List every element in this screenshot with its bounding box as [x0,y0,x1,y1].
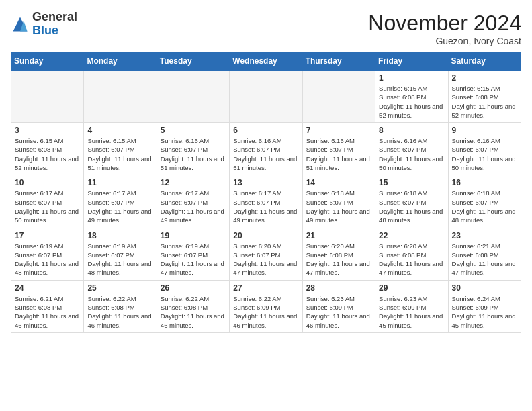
calendar-week-row: 17 Sunrise: 6:19 AMSunset: 6:07 PMDaylig… [11,228,521,280]
day-detail: Sunrise: 6:18 AMSunset: 6:07 PMDaylight:… [306,189,371,224]
day-number: 25 [87,283,152,293]
calendar-week-row: 1 Sunrise: 6:15 AMSunset: 6:08 PMDayligh… [11,71,521,123]
logo-text: General Blue [32,11,77,38]
calendar-cell: 17 Sunrise: 6:19 AMSunset: 6:07 PMDaylig… [11,228,84,280]
calendar-cell: 10 Sunrise: 6:17 AMSunset: 6:07 PMDaylig… [11,175,84,228]
day-detail: Sunrise: 6:19 AMSunset: 6:07 PMDaylight:… [87,242,152,277]
day-detail: Sunrise: 6:22 AMSunset: 6:09 PMDaylight:… [233,294,298,330]
day-detail: Sunrise: 6:19 AMSunset: 6:07 PMDaylight:… [15,242,80,277]
day-number: 15 [379,178,444,187]
calendar-cell: 3 Sunrise: 6:15 AMSunset: 6:08 PMDayligh… [11,123,84,175]
day-detail: Sunrise: 6:22 AMSunset: 6:08 PMDaylight:… [161,294,226,330]
calendar-week-row: 24 Sunrise: 6:21 AMSunset: 6:08 PMDaylig… [11,280,521,332]
calendar-cell: 23 Sunrise: 6:21 AMSunset: 6:08 PMDaylig… [448,228,521,280]
logo-general: General [32,10,77,24]
day-detail: Sunrise: 6:23 AMSunset: 6:09 PMDaylight:… [306,294,371,330]
day-number: 11 [87,178,152,187]
day-number: 26 [161,283,226,293]
day-detail: Sunrise: 6:17 AMSunset: 6:07 PMDaylight:… [15,189,80,224]
calendar-cell: 13 Sunrise: 6:17 AMSunset: 6:07 PMDaylig… [230,175,302,228]
calendar-week-row: 3 Sunrise: 6:15 AMSunset: 6:08 PMDayligh… [11,123,521,175]
calendar-cell: 5 Sunrise: 6:16 AMSunset: 6:07 PMDayligh… [157,123,229,175]
logo-icon [11,15,30,34]
calendar-cell: 30 Sunrise: 6:24 AMSunset: 6:09 PMDaylig… [448,280,521,332]
day-number: 27 [233,283,298,293]
calendar-cell [230,71,302,123]
day-number: 13 [233,178,298,187]
day-detail: Sunrise: 6:20 AMSunset: 6:08 PMDaylight:… [306,242,371,277]
calendar-cell: 11 Sunrise: 6:17 AMSunset: 6:07 PMDaylig… [84,175,157,228]
day-detail: Sunrise: 6:15 AMSunset: 6:08 PMDaylight:… [379,84,444,120]
calendar-table: SundayMondayTuesdayWednesdayThursdayFrid… [11,52,521,333]
day-number: 6 [233,126,298,135]
day-detail: Sunrise: 6:19 AMSunset: 6:07 PMDaylight:… [161,242,226,277]
calendar-cell: 2 Sunrise: 6:15 AMSunset: 6:08 PMDayligh… [448,71,521,123]
calendar-cell: 9 Sunrise: 6:16 AMSunset: 6:07 PMDayligh… [448,123,521,175]
weekday-header-monday: Monday [84,52,157,71]
calendar-week-row: 10 Sunrise: 6:17 AMSunset: 6:07 PMDaylig… [11,175,521,228]
day-number: 2 [452,73,517,83]
weekday-header-tuesday: Tuesday [157,52,229,71]
day-number: 9 [452,126,517,135]
day-detail: Sunrise: 6:20 AMSunset: 6:08 PMDaylight:… [379,242,444,277]
day-detail: Sunrise: 6:16 AMSunset: 6:07 PMDaylight:… [379,136,444,172]
day-detail: Sunrise: 6:16 AMSunset: 6:07 PMDaylight:… [452,136,517,172]
logo: General Blue [11,11,77,38]
day-number: 7 [306,126,371,135]
calendar-cell: 24 Sunrise: 6:21 AMSunset: 6:08 PMDaylig… [11,280,84,332]
calendar-cell: 28 Sunrise: 6:23 AMSunset: 6:09 PMDaylig… [302,280,375,332]
day-detail: Sunrise: 6:15 AMSunset: 6:07 PMDaylight:… [87,136,152,172]
calendar-cell: 27 Sunrise: 6:22 AMSunset: 6:09 PMDaylig… [230,280,302,332]
calendar-cell [157,71,229,123]
weekday-header-row: SundayMondayTuesdayWednesdayThursdayFrid… [11,52,521,71]
day-number: 4 [87,126,152,135]
calendar-cell: 15 Sunrise: 6:18 AMSunset: 6:07 PMDaylig… [375,175,448,228]
day-number: 5 [161,126,226,135]
day-number: 3 [15,126,80,135]
day-number: 28 [306,283,371,293]
day-detail: Sunrise: 6:21 AMSunset: 6:08 PMDaylight:… [15,294,80,330]
day-number: 10 [15,178,80,187]
calendar-cell: 12 Sunrise: 6:17 AMSunset: 6:07 PMDaylig… [157,175,229,228]
day-number: 16 [452,178,517,187]
weekday-header-thursday: Thursday [302,52,375,71]
day-number: 1 [379,73,444,83]
location-subtitle: Guezon, Ivory Coast [368,36,521,46]
calendar-cell: 18 Sunrise: 6:19 AMSunset: 6:07 PMDaylig… [84,228,157,280]
calendar-cell: 21 Sunrise: 6:20 AMSunset: 6:08 PMDaylig… [302,228,375,280]
calendar-cell: 26 Sunrise: 6:22 AMSunset: 6:08 PMDaylig… [157,280,229,332]
day-number: 17 [15,231,80,240]
day-number: 22 [379,231,444,240]
weekday-header-wednesday: Wednesday [230,52,302,71]
day-number: 23 [452,231,517,240]
calendar-cell: 20 Sunrise: 6:20 AMSunset: 6:07 PMDaylig… [230,228,302,280]
day-detail: Sunrise: 6:16 AMSunset: 6:07 PMDaylight:… [233,136,298,172]
calendar-cell: 1 Sunrise: 6:15 AMSunset: 6:08 PMDayligh… [375,71,448,123]
month-title: November 2024 [368,11,521,36]
calendar-cell [302,71,375,123]
logo-blue: Blue [32,24,58,37]
calendar-cell: 4 Sunrise: 6:15 AMSunset: 6:07 PMDayligh… [84,123,157,175]
day-number: 8 [379,126,444,135]
calendar-cell: 22 Sunrise: 6:20 AMSunset: 6:08 PMDaylig… [375,228,448,280]
calendar-cell [11,71,84,123]
day-detail: Sunrise: 6:20 AMSunset: 6:07 PMDaylight:… [233,242,298,277]
calendar-cell: 6 Sunrise: 6:16 AMSunset: 6:07 PMDayligh… [230,123,302,175]
day-number: 12 [161,178,226,187]
day-number: 14 [306,178,371,187]
weekday-header-sunday: Sunday [11,52,84,71]
day-number: 24 [15,283,80,293]
day-detail: Sunrise: 6:23 AMSunset: 6:09 PMDaylight:… [379,294,444,330]
day-detail: Sunrise: 6:24 AMSunset: 6:09 PMDaylight:… [452,294,517,330]
calendar-cell: 25 Sunrise: 6:22 AMSunset: 6:08 PMDaylig… [84,280,157,332]
calendar-cell: 29 Sunrise: 6:23 AMSunset: 6:09 PMDaylig… [375,280,448,332]
calendar-cell: 14 Sunrise: 6:18 AMSunset: 6:07 PMDaylig… [302,175,375,228]
day-detail: Sunrise: 6:16 AMSunset: 6:07 PMDaylight:… [161,136,226,172]
calendar-cell: 8 Sunrise: 6:16 AMSunset: 6:07 PMDayligh… [375,123,448,175]
day-number: 21 [306,231,371,240]
day-number: 20 [233,231,298,240]
calendar-cell [84,71,157,123]
day-detail: Sunrise: 6:17 AMSunset: 6:07 PMDaylight:… [87,189,152,224]
day-detail: Sunrise: 6:18 AMSunset: 6:07 PMDaylight:… [379,189,444,224]
day-detail: Sunrise: 6:15 AMSunset: 6:08 PMDaylight:… [452,84,517,120]
